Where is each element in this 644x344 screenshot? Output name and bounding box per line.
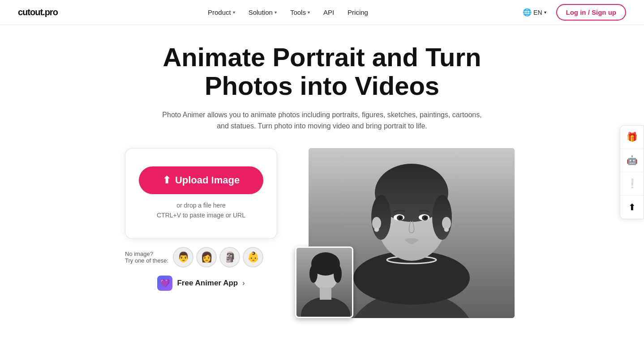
svg-point-13 <box>399 217 402 219</box>
chevron-down-icon: ▾ <box>275 10 277 15</box>
upload-icon: ⬆ <box>163 174 171 186</box>
drop-hint: or drop a file here CTRL+V to paste imag… <box>157 200 245 221</box>
chevron-down-icon: ▾ <box>233 10 235 15</box>
logo[interactable]: cutout.pro <box>18 7 58 17</box>
language-selector[interactable]: 🌐 EN ▾ <box>518 5 550 19</box>
no-image-label: No image? Try one of these: <box>125 251 168 264</box>
gift-button[interactable]: 🎁 <box>620 126 644 149</box>
sample-thumb-man[interactable]: 👨 <box>173 247 193 268</box>
sample-images-row: No image? Try one of these: 👨 👩 🗿 👶 <box>125 247 277 268</box>
page-title: Animate Portrait and Turn Photos into Vi… <box>120 43 524 100</box>
thumbnail-overlay <box>295 246 353 318</box>
feedback-button[interactable]: ❕ <box>620 172 644 195</box>
svg-point-26 <box>319 271 323 274</box>
upload-box: ⬆ Upload Image or drop a file here CTRL+… <box>125 148 277 239</box>
thumbnail-svg <box>296 248 353 318</box>
app-icon: 💜 <box>157 276 172 291</box>
content-row: ⬆ Upload Image or drop a file here CTRL+… <box>0 148 644 340</box>
hero-description: Photo Animer allows you to animate photo… <box>156 109 488 132</box>
sample-thumb-woman[interactable]: 👩 <box>196 247 217 268</box>
robot-icon: 🤖 <box>627 155 638 166</box>
sample-thumb-statue[interactable]: 🗿 <box>219 247 240 268</box>
arrow-icon: › <box>242 279 245 287</box>
avatar-button[interactable]: 🤖 <box>620 149 644 172</box>
svg-point-18 <box>444 227 449 232</box>
svg-point-17 <box>374 227 379 232</box>
left-panel: ⬆ Upload Image or drop a file here CTRL+… <box>125 148 277 291</box>
upload-side-button[interactable]: ⬆ <box>620 195 644 219</box>
translate-icon: 🌐 <box>523 8 532 17</box>
main-content: Animate Portrait and Turn Photos into Vi… <box>0 25 644 340</box>
nav-tools[interactable]: Tools ▾ <box>285 5 315 20</box>
login-button[interactable]: Log in / Sign up <box>556 4 626 21</box>
nav-right: 🌐 EN ▾ Log in / Sign up <box>518 4 626 21</box>
sample-thumbs: 👨 👩 🗿 👶 <box>173 247 263 268</box>
chevron-down-icon: ▾ <box>308 10 310 15</box>
svg-point-27 <box>328 271 332 274</box>
chevron-down-icon: ▾ <box>544 10 546 15</box>
side-actions-panel: 🎁 🤖 ❕ ⬆ <box>620 125 644 219</box>
nav-pricing[interactable]: Pricing <box>342 5 374 20</box>
svg-point-22 <box>309 265 318 283</box>
free-app-link[interactable]: 💜 Free Animer App › <box>125 276 277 291</box>
feedback-icon: ❕ <box>627 178 638 189</box>
svg-point-23 <box>334 265 342 283</box>
svg-rect-25 <box>320 287 331 300</box>
gift-icon: 🎁 <box>627 132 638 142</box>
sample-thumb-baby[interactable]: 👶 <box>243 247 263 268</box>
upload-side-icon: ⬆ <box>628 202 636 212</box>
nav-api[interactable]: API <box>318 5 339 20</box>
svg-point-8 <box>432 195 452 240</box>
svg-point-7 <box>371 195 391 240</box>
hero-section: Animate Portrait and Turn Photos into Vi… <box>0 43 644 132</box>
nav-solution[interactable]: Solution ▾ <box>243 5 282 20</box>
navbar: cutout.pro Product ▾ Solution ▾ Tools ▾ … <box>0 0 644 25</box>
right-panel <box>295 148 519 323</box>
nav-product[interactable]: Product ▾ <box>202 5 240 20</box>
upload-image-button[interactable]: ⬆ Upload Image <box>139 166 263 194</box>
nav-links: Product ▾ Solution ▾ Tools ▾ API Pricing <box>202 5 374 20</box>
svg-point-14 <box>424 217 427 219</box>
